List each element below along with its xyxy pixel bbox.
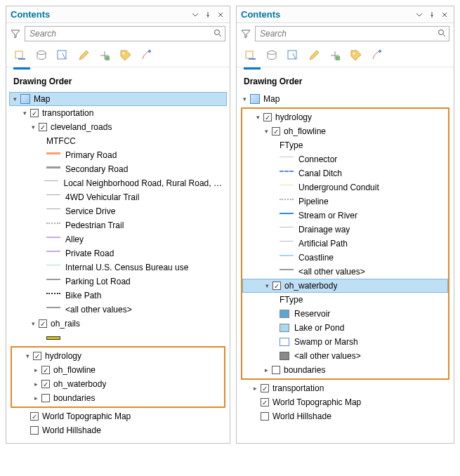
caret-right-icon[interactable]: ▸ (32, 366, 39, 373)
checkbox[interactable] (272, 366, 280, 374)
list-by-source-icon[interactable] (34, 48, 48, 62)
layer-boundaries[interactable]: ▸ boundaries (12, 391, 224, 405)
symbol-class[interactable]: Private Road (9, 246, 227, 260)
list-by-drawing-order-icon[interactable] (13, 48, 27, 62)
checkbox[interactable]: ✓ (41, 380, 50, 388)
search-icon[interactable] (438, 29, 446, 39)
symbol-class[interactable]: Bike Path (9, 289, 227, 303)
caret-right-icon[interactable]: ▸ (32, 395, 39, 402)
symbol-class[interactable]: Local Neighborhood Road, Rural Road, Cit… (9, 176, 227, 190)
list-by-source-icon[interactable] (265, 48, 279, 62)
caret-down-icon[interactable]: ▾ (263, 282, 270, 289)
caret-right-icon[interactable]: ▸ (251, 385, 258, 392)
search-box[interactable] (25, 26, 225, 41)
checkbox[interactable]: ✓ (272, 127, 280, 135)
layer-cleveland-roads[interactable]: ▾ ✓ cleveland_roads (9, 120, 227, 134)
filter-icon[interactable] (11, 29, 20, 39)
checkbox[interactable]: ✓ (39, 123, 47, 131)
layer-oh-waterbody[interactable]: ▸ ✓ oh_waterbody (12, 377, 224, 391)
layer-oh-waterbody[interactable]: ▾ ✓ oh_waterbody (242, 279, 448, 293)
checkbox[interactable] (261, 412, 269, 421)
layer-world-hillshade[interactable]: ▸ World Hillshade (9, 423, 227, 437)
layer-world-topo[interactable]: ▸ ✓ World Topographic Map (9, 409, 227, 423)
symbol-class[interactable]: Internal U.S. Census Bureau use (9, 260, 227, 275)
map-node[interactable]: ▾ Map (9, 92, 227, 106)
list-by-editing-icon[interactable] (307, 48, 321, 62)
symbol-class[interactable]: Pedestrian Trail (9, 218, 227, 232)
options-chevron-icon[interactable] (190, 10, 200, 20)
symbol-class[interactable]: Underground Conduit (242, 180, 448, 194)
symbol-class[interactable]: Coastline (242, 251, 448, 265)
search-input[interactable] (28, 28, 213, 39)
close-icon[interactable] (216, 10, 225, 20)
symbol-class[interactable]: Lake or Pond (242, 321, 448, 335)
search-input[interactable] (258, 28, 438, 39)
caret-right-icon[interactable]: ▸ (263, 366, 270, 373)
symbol-class[interactable]: Drainage way (242, 223, 448, 237)
checkbox[interactable]: ✓ (272, 282, 281, 290)
symbol-class[interactable]: Artificial Path (242, 237, 448, 251)
group-transportation[interactable]: ▾ ✓ transportation (9, 106, 227, 120)
layer-world-topo[interactable]: ▸ ✓ World Topographic Map (239, 395, 451, 409)
symbol-class[interactable]: <all other values> (242, 265, 448, 279)
search-icon[interactable] (213, 29, 222, 39)
pin-icon[interactable] (203, 10, 213, 20)
layer-oh-rails[interactable]: ▾ ✓ oh_rails (9, 317, 227, 331)
list-by-perspective-icon[interactable] (370, 48, 384, 62)
checkbox[interactable]: ✓ (33, 352, 41, 360)
list-by-editing-icon[interactable] (77, 48, 91, 62)
close-icon[interactable] (440, 10, 449, 20)
layer-oh-flowline[interactable]: ▸ ✓ oh_flowline (12, 363, 224, 377)
symbol-class[interactable]: Swamp or Marsh (242, 335, 448, 349)
list-by-labeling-icon[interactable] (349, 48, 363, 62)
options-chevron-icon[interactable] (414, 10, 424, 20)
caret-down-icon[interactable]: ▾ (24, 352, 31, 359)
symbol-class[interactable]: Pipeline (242, 194, 448, 209)
checkbox[interactable]: ✓ (263, 113, 272, 121)
symbol-class[interactable]: <all other values> (9, 303, 227, 317)
group-hydrology[interactable]: ▾ ✓ hydrology (12, 349, 224, 363)
checkbox[interactable] (41, 394, 50, 402)
checkbox[interactable] (30, 426, 39, 435)
symbol-class[interactable]: Service Drive (9, 204, 227, 218)
symbol-class[interactable]: Secondary Road (9, 162, 227, 176)
checkbox[interactable]: ✓ (39, 319, 47, 328)
caret-down-icon[interactable]: ▾ (29, 124, 37, 131)
group-transportation[interactable]: ▸ ✓ transportation (239, 381, 451, 395)
symbol-class[interactable]: Alley (9, 232, 227, 246)
symbol-class[interactable]: <all other values> (242, 349, 448, 363)
list-by-drawing-order-icon[interactable] (244, 48, 258, 62)
layer-oh-flowline[interactable]: ▾ ✓ oh_flowline (242, 124, 448, 138)
checkbox[interactable]: ✓ (261, 384, 269, 392)
symbol-class[interactable]: Connector (242, 152, 448, 166)
checkbox[interactable]: ✓ (261, 398, 269, 406)
symbol-class[interactable]: Primary Road (9, 148, 227, 162)
caret-down-icon[interactable]: ▾ (21, 110, 28, 117)
filter-icon[interactable] (241, 29, 251, 39)
checkbox[interactable]: ✓ (30, 412, 39, 421)
symbol-class[interactable]: Stream or River (242, 209, 448, 223)
caret-down-icon[interactable]: ▾ (11, 95, 18, 103)
map-node[interactable]: ▾ Map (239, 92, 451, 106)
caret-down-icon[interactable]: ▾ (263, 128, 270, 135)
caret-right-icon[interactable]: ▸ (32, 381, 39, 388)
group-hydrology[interactable]: ▾ ✓ hydrology (242, 110, 448, 124)
list-by-perspective-icon[interactable] (140, 48, 154, 62)
caret-down-icon[interactable]: ▾ (254, 114, 261, 121)
symbol-class[interactable]: Canal Ditch (242, 166, 448, 180)
list-by-labeling-icon[interactable] (119, 48, 133, 62)
caret-down-icon[interactable]: ▾ (241, 95, 248, 103)
symbol-class[interactable]: Parking Lot Road (9, 275, 227, 289)
symbol-class[interactable]: 4WD Vehicular Trail (9, 190, 227, 204)
list-by-selection-icon[interactable] (55, 48, 70, 62)
list-by-snapping-icon[interactable] (98, 48, 112, 62)
layer-boundaries[interactable]: ▸ boundaries (242, 363, 448, 377)
list-by-selection-icon[interactable] (286, 48, 300, 62)
caret-down-icon[interactable]: ▾ (29, 320, 37, 327)
list-by-snapping-icon[interactable] (328, 48, 342, 62)
symbol-class[interactable]: Reservoir (242, 307, 448, 321)
pin-icon[interactable] (427, 10, 437, 20)
layer-world-hillshade[interactable]: ▸ World Hillshade (239, 409, 451, 423)
search-box[interactable] (255, 26, 449, 41)
checkbox[interactable]: ✓ (30, 109, 39, 117)
